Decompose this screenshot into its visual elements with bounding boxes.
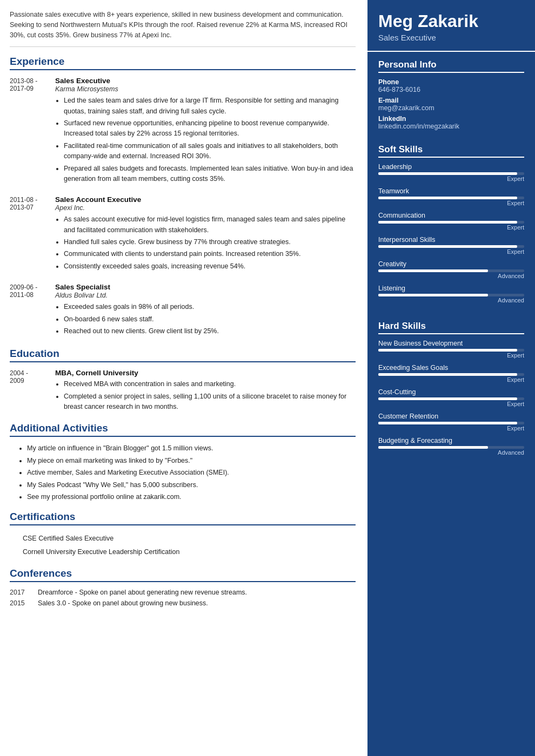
skill-level: Expert xyxy=(378,248,524,255)
list-item: See my professional portfolio online at … xyxy=(27,492,356,502)
skill-bar-fill xyxy=(378,397,517,400)
right-column: Meg Zakarik Sales Executive Personal Inf… xyxy=(367,0,535,756)
skill-name: Cost-Cutting xyxy=(378,388,524,396)
skill-bar-fill xyxy=(378,197,517,199)
list-item: Prepared all sales budgets and forecasts… xyxy=(64,164,356,185)
list-item: Handled full sales cycle. Grew business … xyxy=(64,237,356,247)
skill-entry: Customer Retention Expert xyxy=(378,413,524,431)
skill-bar-bg xyxy=(378,197,524,199)
edu-bullets: Received MBA with concentration in sales… xyxy=(55,379,356,412)
skill-name: Budgeting & Forecasting xyxy=(378,437,524,444)
conferences-section: 2017 Dreamforce - Spoke on panel about g… xyxy=(10,589,356,607)
skill-level: Advanced xyxy=(378,449,524,456)
additional-activities-list: My article on influence in "Brain Blogge… xyxy=(10,443,356,502)
certifications-section: CSE Certified Sales ExecutiveCornell Uni… xyxy=(10,532,356,559)
exp-company: Karma Microsystems xyxy=(55,85,356,93)
skill-level: Expert xyxy=(378,200,524,206)
skill-name: Creativity xyxy=(378,260,524,268)
skill-bar-fill xyxy=(378,172,517,175)
certifications-section-title: Certifications xyxy=(10,511,356,525)
skill-bar-fill xyxy=(378,422,517,424)
personal-info-title: Personal Info xyxy=(378,59,524,73)
skill-name: New Business Development xyxy=(378,340,524,347)
skill-bar-bg xyxy=(378,172,524,175)
skill-bar-fill xyxy=(378,294,488,296)
skill-bar-fill xyxy=(378,221,517,224)
summary-text: Passionate sales executive with 8+ years… xyxy=(10,10,356,47)
candidate-name: Meg Zakarik xyxy=(378,12,524,31)
soft-skills-list: Leadership Expert Teamwork Expert Commun… xyxy=(378,163,524,303)
skill-entry: Communication Expert xyxy=(378,212,524,231)
skill-entry: Interpersonal Skills Expert xyxy=(378,236,524,255)
conferences-section-title: Conferences xyxy=(10,568,356,582)
email-label: E-mail xyxy=(378,97,524,104)
skill-bar-bg xyxy=(378,245,524,248)
skill-level: Advanced xyxy=(378,273,524,279)
skill-entry: New Business Development Expert xyxy=(378,340,524,359)
list-item: Consistently exceeded sales goals, incre… xyxy=(64,261,356,272)
phone-label: Phone xyxy=(378,78,524,86)
skill-bar-bg xyxy=(378,221,524,224)
skill-bar-bg xyxy=(378,349,524,352)
conf-desc: Sales 3.0 - Spoke on panel about growing… xyxy=(38,599,208,607)
skill-name: Teamwork xyxy=(378,187,524,195)
exp-bullets: As sales account executive for mid-level… xyxy=(55,214,356,272)
list-item: Completed a senior project in sales, sel… xyxy=(64,392,356,413)
personal-info-section: Personal Info Phone 646-873-6016 E-mail … xyxy=(367,52,535,137)
list-item: My Sales Podcast "Why We Sell," has 5,00… xyxy=(27,480,356,490)
list-item: Received MBA with concentration in sales… xyxy=(64,379,356,389)
certification-entry: Cornell University Executive Leadership … xyxy=(10,545,356,559)
skill-level: Expert xyxy=(378,401,524,407)
skill-entry: Teamwork Expert xyxy=(378,187,524,206)
conference-entry: 2015 Sales 3.0 - Spoke on panel about gr… xyxy=(10,599,356,607)
skill-bar-bg xyxy=(378,373,524,376)
exp-bullets: Exceeded sales goals in 98% of all perio… xyxy=(55,302,356,336)
skill-level: Expert xyxy=(378,224,524,231)
skill-bar-fill xyxy=(378,245,517,248)
exp-job-title: Sales Specialist xyxy=(55,283,356,291)
skill-name: Leadership xyxy=(378,163,524,171)
experience-section-title: Experience xyxy=(10,56,356,70)
skill-name: Communication xyxy=(378,212,524,219)
soft-skills-section: Soft Skills Leadership Expert Teamwork E… xyxy=(367,137,535,313)
experience-section: 2013-08 -2017-09 Sales Executive Karma M… xyxy=(10,77,356,338)
skill-bar-bg xyxy=(378,422,524,424)
experience-entry: 2011-08 -2013-07 Sales Account Executive… xyxy=(10,195,356,273)
skill-name: Exceeding Sales Goals xyxy=(378,364,524,372)
skill-bar-bg xyxy=(378,269,524,272)
list-item: My article on influence in "Brain Blogge… xyxy=(27,443,356,454)
exp-job-title: Sales Account Executive xyxy=(55,195,356,204)
exp-content: Sales Account Executive Apexi Inc. As sa… xyxy=(55,195,356,273)
skill-level: Expert xyxy=(378,376,524,383)
edu-dates: 2004 -2009 xyxy=(10,369,49,414)
linkedin-label: LinkedIn xyxy=(378,115,524,123)
skill-bar-fill xyxy=(378,446,488,449)
exp-company: Apexi Inc. xyxy=(55,204,356,212)
certification-entry: CSE Certified Sales Executive xyxy=(10,532,356,545)
additional-section-title: Additional Activities xyxy=(10,422,356,437)
phone-value: 646-873-6016 xyxy=(378,86,524,93)
skill-entry: Listening Advanced xyxy=(378,285,524,303)
list-item: Facilitated real-time communication of a… xyxy=(64,141,356,162)
skill-entry: Budgeting & Forecasting Advanced xyxy=(378,437,524,456)
list-item: Communicated with clients to understand … xyxy=(64,249,356,259)
skill-level: Expert xyxy=(378,425,524,431)
skill-level: Expert xyxy=(378,176,524,182)
list-item: On-boarded 6 new sales staff. xyxy=(64,314,356,325)
soft-skills-title: Soft Skills xyxy=(378,144,524,158)
resume-container: Passionate sales executive with 8+ years… xyxy=(0,0,535,756)
exp-content: Sales Specialist Aldus Bolivar Ltd. Exce… xyxy=(55,283,356,338)
skill-bar-bg xyxy=(378,294,524,296)
list-item: My piece on email marketing was linked t… xyxy=(27,456,356,466)
exp-company: Aldus Bolivar Ltd. xyxy=(55,292,356,299)
skill-bar-bg xyxy=(378,446,524,449)
skill-name: Customer Retention xyxy=(378,413,524,420)
edu-content: MBA, Cornell University Received MBA wit… xyxy=(55,369,356,414)
list-item: Exceeded sales goals in 98% of all perio… xyxy=(64,302,356,312)
right-header: Meg Zakarik Sales Executive xyxy=(367,0,535,52)
conference-entry: 2017 Dreamforce - Spoke on panel about g… xyxy=(10,589,356,596)
skill-entry: Creativity Advanced xyxy=(378,260,524,279)
skill-level: Expert xyxy=(378,352,524,359)
skill-bar-bg xyxy=(378,397,524,400)
education-section-title: Education xyxy=(10,348,356,362)
